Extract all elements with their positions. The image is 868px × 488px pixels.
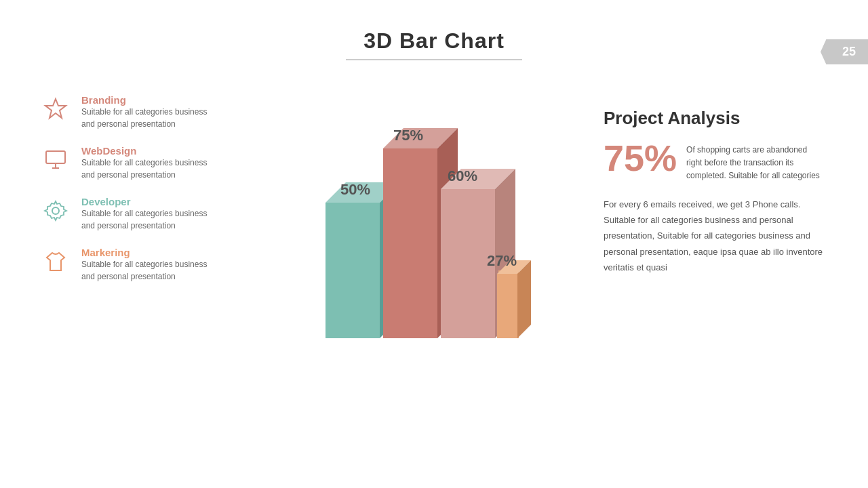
svg-point-4 bbox=[52, 207, 59, 214]
legend-label-markering: Markering bbox=[81, 247, 217, 258]
monitor-icon bbox=[41, 145, 71, 175]
svg-text:27%: 27% bbox=[487, 252, 517, 269]
legend-item-branding: Branding Suitable for all categories bus… bbox=[41, 94, 258, 130]
svg-text:50%: 50% bbox=[340, 181, 370, 198]
legend-item-webdesign: WebDesign Suitable for all categories bu… bbox=[41, 145, 258, 181]
svg-text:75%: 75% bbox=[393, 127, 423, 144]
legend-panel: Branding Suitable for all categories bus… bbox=[41, 81, 258, 283]
page-number: 25 bbox=[842, 45, 856, 58]
legend-label-branding: Branding bbox=[81, 94, 217, 106]
svg-marker-5 bbox=[326, 203, 380, 338]
analysis-body: For every 6 emails received, we get 3 Ph… bbox=[604, 197, 827, 276]
legend-text-markering: Markering Suitable for all categories bu… bbox=[81, 247, 217, 283]
legend-desc-developer: Suitable for all categories business and… bbox=[81, 207, 217, 232]
svg-rect-1 bbox=[46, 151, 65, 163]
svg-marker-15 bbox=[497, 274, 517, 338]
legend-desc-webdesign: Suitable for all categories business and… bbox=[81, 157, 217, 181]
shirt-icon bbox=[41, 247, 71, 277]
legend-text-branding: Branding Suitable for all categories bus… bbox=[81, 94, 217, 130]
legend-desc-markering: Suitable for all categories business and… bbox=[81, 258, 217, 283]
legend-label-webdesign: WebDesign bbox=[81, 145, 217, 157]
legend-item-developer: Developer Suitable for all categories bu… bbox=[41, 196, 258, 232]
page-title: 3D Bar Chart bbox=[0, 28, 868, 54]
main-layout: Branding Suitable for all categories bus… bbox=[0, 60, 868, 375]
chart-3d: 50% 75% 60% 27% bbox=[305, 81, 536, 354]
legend-item-markering: Markering Suitable for all categories bu… bbox=[41, 247, 258, 283]
page-title-section: 3D Bar Chart bbox=[0, 0, 868, 60]
gear-icon bbox=[41, 196, 71, 226]
analysis-stat: 75% Of shopping carts are abandoned righ… bbox=[604, 140, 827, 183]
analysis-title: Project Analysis bbox=[604, 108, 827, 129]
chart-svg: 50% 75% 60% 27% bbox=[305, 81, 536, 352]
legend-desc-branding: Suitable for all categories business and… bbox=[81, 106, 217, 130]
svg-marker-8 bbox=[383, 148, 437, 338]
legend-label-developer: Developer bbox=[81, 196, 217, 207]
svg-text:60%: 60% bbox=[448, 167, 477, 184]
legend-text-webdesign: WebDesign Suitable for all categories bu… bbox=[81, 145, 217, 181]
analysis-panel: Project Analysis 75% Of shopping carts a… bbox=[583, 81, 827, 276]
svg-marker-0 bbox=[45, 99, 66, 118]
legend-text-developer: Developer Suitable for all categories bu… bbox=[81, 196, 217, 232]
stat-desc: Of shopping carts are abandoned right be… bbox=[686, 140, 822, 183]
stat-number: 75% bbox=[604, 140, 677, 176]
svg-marker-17 bbox=[517, 260, 531, 338]
chart-area: 50% 75% 60% 27% bbox=[258, 81, 583, 375]
page-number-badge: 25 bbox=[821, 39, 868, 64]
star-icon bbox=[41, 94, 71, 124]
